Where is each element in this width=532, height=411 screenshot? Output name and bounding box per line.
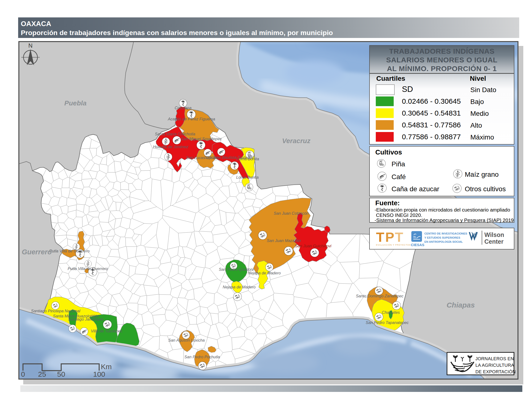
svg-text:T: T: [395, 229, 403, 245]
svg-text:Guerrero: Guerrero: [22, 248, 52, 256]
svg-text:Chahuites: Chahuites: [382, 310, 400, 315]
svg-text:Wilson: Wilson: [484, 231, 504, 238]
svg-text:Villa de Tututepec: Villa de Tututepec: [91, 329, 123, 333]
svg-text:Santiago Jamiltepec: Santiago Jamiltepec: [68, 317, 104, 321]
svg-text:Santiago Pinotepa Nacional: Santiago Pinotepa Nacional: [31, 309, 81, 313]
svg-text:Putla Villa de Guerrero: Putla Villa de Guerrero: [49, 249, 90, 253]
svg-text:Putla Villa de Guerrero: Putla Villa de Guerrero: [68, 266, 108, 271]
svg-text:San Pedro Pochutla: San Pedro Pochutla: [184, 355, 220, 359]
svg-text:Acatlán de Pérez Figueroa: Acatlán de Pérez Figueroa: [168, 117, 215, 121]
svg-text:Y ESTUDIOS SUPERIORES: Y ESTUDIOS SUPERIORES: [424, 236, 460, 239]
svg-text:Santa María Chilchotla: Santa María Chilchotla: [155, 132, 195, 136]
svg-text:25: 25: [38, 370, 46, 378]
svg-text:EVALUACIÓN Y PROYECTOS: EVALUACIÓN Y PROYECTOS: [376, 244, 411, 246]
svg-text:100: 100: [93, 370, 105, 378]
svg-text:50: 50: [57, 370, 65, 378]
svg-text:EN ANTROPOLOGÍA SOCIAL: EN ANTROPOLOGÍA SOCIAL: [424, 240, 463, 243]
svg-text:Nejapa de Madero: Nejapa de Madero: [248, 271, 281, 275]
svg-text:San Agustín Loxicha: San Agustín Loxicha: [168, 338, 205, 342]
svg-text:Santo Domingo Zanatepec: Santo Domingo Zanatepec: [356, 294, 404, 298]
svg-text:Puebla: Puebla: [64, 99, 86, 107]
svg-text:Km: Km: [101, 363, 112, 371]
svg-text:San Juan Guichicovi: San Juan Guichicovi: [295, 244, 332, 248]
svg-text:CIESAS: CIESAS: [411, 243, 424, 247]
svg-text:Loma Bonita: Loma Bonita: [236, 175, 259, 179]
svg-text:San Pedro Tapanatepec: San Pedro Tapanatepec: [366, 320, 409, 325]
svg-text:San Juan Cotzocón: San Juan Cotzocón: [274, 211, 309, 215]
svg-text:Nejapa de Madero: Nejapa de Madero: [223, 285, 256, 289]
svg-text:Loma Bonita: Loma Bonita: [237, 157, 259, 161]
svg-text:N: N: [28, 42, 32, 49]
svg-text:Cosolapa: Cosolapa: [175, 106, 191, 110]
svg-text:San Juan Mazatlán: San Juan Mazatlán: [267, 238, 301, 243]
svg-text:CENTRO DE INVESTIGACIONES: CENTRO DE INVESTIGACIONES: [424, 232, 467, 235]
svg-text:T: T: [376, 229, 384, 245]
svg-text:0: 0: [21, 370, 25, 378]
svg-text:Center: Center: [484, 238, 504, 245]
svg-text:Chiapas: Chiapas: [447, 301, 475, 309]
svg-text:Huautla de Jiménez: Huautla de Jiménez: [153, 145, 189, 149]
svg-text:Veracruz: Veracruz: [282, 137, 310, 145]
svg-text:San Miguel Soyaltepec: San Miguel Soyaltepec: [181, 137, 222, 141]
svg-text:P: P: [385, 229, 394, 245]
